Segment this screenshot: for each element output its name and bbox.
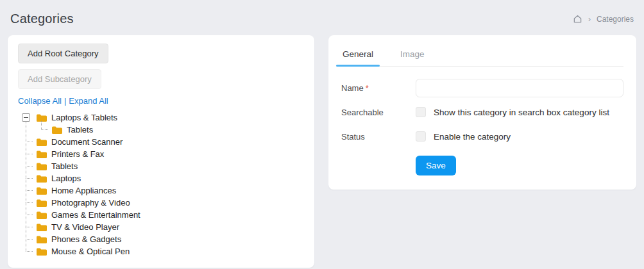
tab-general[interactable]: General <box>341 42 375 66</box>
tree-connector <box>26 215 33 215</box>
tree-node-label[interactable]: TV & Video Player <box>51 222 119 232</box>
tree-node-label[interactable]: Home Appliances <box>51 186 116 195</box>
tree-connector <box>26 202 33 203</box>
tree-node-label[interactable]: Laptops <box>51 174 81 183</box>
name-field[interactable] <box>416 79 623 97</box>
folder-icon <box>36 247 47 256</box>
required-marker: * <box>366 83 369 93</box>
tree-connector <box>26 239 33 240</box>
expand-all-link[interactable]: Expand All <box>69 96 108 106</box>
category-form-panel: General Image Name* Searchable Show this… <box>328 35 636 190</box>
save-button[interactable]: Save <box>416 156 456 175</box>
tree-connector <box>26 251 33 252</box>
tab-image[interactable]: Image <box>399 42 426 66</box>
searchable-checkbox-label[interactable]: Show this category in search box categor… <box>434 108 609 117</box>
tree-connector <box>26 178 33 179</box>
tree-node-row: Phones & Gadgets <box>22 233 305 245</box>
page-header: Categories › Categories <box>8 8 636 35</box>
tree-node-label[interactable]: Document Scanner <box>51 137 123 147</box>
tree-node-label[interactable]: Phones & Gadgets <box>51 234 121 244</box>
breadcrumb-current: Categories <box>597 15 634 24</box>
form-tabs: General Image <box>341 42 623 67</box>
name-row: Name* <box>341 79 623 97</box>
tree-connector <box>26 227 33 227</box>
chevron-right-icon: › <box>588 15 591 24</box>
folder-icon <box>36 223 47 232</box>
add-root-category-button[interactable]: Add Root Category <box>18 44 108 63</box>
tree-connector <box>41 129 48 130</box>
status-checkbox-label[interactable]: Enable the category <box>434 132 511 142</box>
tree-node-row: Photography & Video <box>22 197 305 209</box>
searchable-label: Searchable <box>341 108 416 117</box>
page-title: Categories <box>10 12 74 26</box>
tree-node-row: Mouse & Optical Pen <box>22 245 305 257</box>
category-tree-panel: Add Root Category Add Subcategory Collap… <box>8 35 314 268</box>
folder-icon <box>36 138 47 147</box>
tree-node-row: Laptops <box>22 172 305 184</box>
tree-connector <box>26 190 33 191</box>
folder-icon <box>36 162 47 171</box>
tree-node-label[interactable]: Games & Entertainment <box>51 210 140 220</box>
add-subcategory-button[interactable]: Add Subcategory <box>18 69 101 89</box>
tree-connector <box>26 142 33 142</box>
folder-icon <box>51 126 62 134</box>
tree-node-label[interactable]: Tablets <box>51 161 78 171</box>
tree-node-row: TV & Video Player <box>22 221 305 233</box>
main-content: Add Root Category Add Subcategory Collap… <box>8 35 636 268</box>
status-row: Status Enable the category <box>341 131 623 142</box>
collapse-node-toggle[interactable] <box>22 113 30 122</box>
tree-node-label[interactable]: Laptops & Tablets <box>51 113 117 122</box>
save-row: Save <box>341 156 623 175</box>
tree-node-label[interactable]: Mouse & Optical Pen <box>51 247 130 256</box>
searchable-row: Searchable Show this category in search … <box>341 107 623 117</box>
searchable-checkbox[interactable] <box>416 107 426 117</box>
tree-connector <box>26 166 33 167</box>
tree-node-row: Games & Entertainment <box>22 209 305 221</box>
tree-node-row: Tablets <box>22 160 305 172</box>
tree-node-row: Tablets <box>22 124 305 136</box>
collapse-all-link[interactable]: Collapse All <box>18 96 62 106</box>
tree-node-row: Document Scanner <box>22 136 305 148</box>
breadcrumb: › Categories <box>573 14 634 24</box>
folder-icon <box>36 186 47 195</box>
category-form: Name* Searchable Show this category in s… <box>341 67 623 175</box>
tree-node-row: Printers & Fax <box>22 148 305 160</box>
links-separator: | <box>64 96 66 106</box>
folder-icon <box>36 199 47 208</box>
tree-node-row: Laptops & Tablets <box>22 111 305 124</box>
tree-connector <box>41 121 42 130</box>
status-label: Status <box>341 132 416 142</box>
folder-icon <box>36 150 47 159</box>
status-checkbox[interactable] <box>416 131 426 142</box>
categories-page: Categories › Categories Add Root Categor… <box>0 0 644 268</box>
tree-node-label[interactable]: Photography & Video <box>51 198 130 208</box>
folder-icon <box>36 174 47 183</box>
folder-icon <box>36 235 47 244</box>
category-tree: Laptops & TabletsTabletsDocument Scanner… <box>22 111 305 257</box>
tree-node-label[interactable]: Tablets <box>67 125 93 134</box>
tree-node-label[interactable]: Printers & Fax <box>51 149 104 159</box>
name-label: Name* <box>341 83 416 93</box>
home-icon[interactable] <box>573 14 582 24</box>
tree-connector <box>26 154 33 154</box>
folder-icon <box>36 211 47 220</box>
tree-expand-links: Collapse All|Expand All <box>18 96 305 106</box>
tree-node-row: Home Appliances <box>22 184 305 197</box>
